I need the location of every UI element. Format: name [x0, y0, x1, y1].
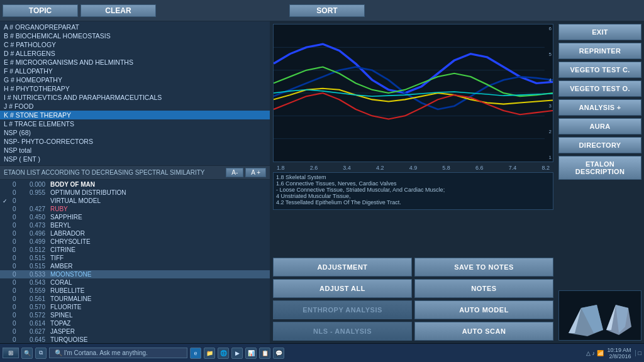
adjust-all-button[interactable]: ADJUST ALL — [273, 279, 412, 298]
az-plus-button[interactable]: A + — [245, 168, 266, 177]
app-icon-2[interactable]: 📋 — [259, 348, 270, 359]
etalon-item[interactable]: 00.645TURQUOISE — [0, 336, 270, 343]
topic-item[interactable]: NSP (68) — [0, 128, 270, 137]
topic-button[interactable]: TOPIC — [3, 4, 78, 17]
media-icon[interactable]: ▶ — [231, 348, 243, 359]
topic-list[interactable]: A # ORGANOPREPARATB # BIOCHEMICAL HOMEOS… — [0, 21, 270, 166]
etalon-num: 0 — [13, 181, 19, 188]
analysis-button[interactable]: ANALYSIS + — [558, 99, 641, 116]
topic-item[interactable]: J # FOOD — [0, 102, 270, 111]
topic-item[interactable]: I # NUTRICEVTICS AND PARAPHARMACEUTICALS — [0, 93, 270, 102]
etalon-item[interactable]: 00.627JASPER — [0, 327, 270, 336]
etalon-item[interactable]: 00.000BODY OF MAN — [0, 180, 270, 189]
cortana-box[interactable]: 🔍 I'm Cortana. Ask me anything. — [49, 348, 187, 358]
chart-x-labels: 1.8 2.6 3.4 4.2 4.9 5.8 6.6 7.4 8.2 — [273, 165, 553, 171]
etalon-item[interactable]: 00.496LABRADOR — [0, 229, 270, 238]
etalon-list[interactable]: 00.000BODY OF MAN00.955OPTIMUM DISTRIBUT… — [0, 180, 270, 343]
etalon-score: 0.955 — [21, 189, 45, 196]
etalon-name: TIFF — [48, 255, 64, 261]
stone-image — [558, 290, 641, 341]
auto-scan-button[interactable]: AUTO SCAN — [414, 322, 553, 341]
etalon-score: 0.515 — [21, 263, 45, 270]
clear-button[interactable]: CLEAR — [80, 4, 156, 17]
topic-item[interactable]: NSP- PHYTO-CORRECTORS — [0, 137, 270, 146]
etalon-name: RUBELLITE — [48, 287, 84, 294]
etalon-item[interactable]: 00.515TIFF — [0, 254, 270, 262]
start-button[interactable]: ⊞ — [3, 348, 19, 358]
etalon-name: CITRINE — [48, 246, 75, 253]
etalon-num: 0 — [13, 230, 19, 237]
topic-item[interactable]: E # MICROORGANISMS AND HELMINTHS — [0, 58, 270, 67]
main-area: A # ORGANOPREPARATB # BIOCHEMICAL HOMEOS… — [0, 21, 644, 343]
etalon-score: 0.561 — [21, 295, 45, 302]
show-desktop-icon[interactable]: □ — [635, 350, 641, 356]
topic-item[interactable]: F # ALLOPATHY — [0, 67, 270, 75]
edge-icon[interactable]: e — [190, 348, 201, 359]
exit-button[interactable]: EXIT — [558, 24, 641, 40]
etalon-name: VIRTUAL MODEL — [48, 197, 101, 204]
etalon-score: 0.427 — [21, 206, 45, 212]
taskbar-right: △ ♪ 📶 10:19 AM 2/8/2016 □ — [586, 347, 641, 359]
etalon-desc-button[interactable]: ETALON DESCRIPTION — [558, 156, 641, 180]
adjustment-button[interactable]: ADJUSTMENT — [273, 258, 412, 277]
etalon-item[interactable]: 00.570FLUORITE — [0, 303, 270, 311]
etalon-item[interactable]: ✓0VIRTUAL MODEL — [0, 197, 270, 205]
etalon-item[interactable]: 00.572SPINEL — [0, 311, 270, 319]
etalon-name: MOONSTONE — [48, 271, 91, 278]
topic-item[interactable]: D # ALLERGENS — [0, 49, 270, 58]
etalon-item[interactable]: 00.499CHRYSOLITE — [0, 238, 270, 246]
etalon-item[interactable]: 00.450SAPPHIRE — [0, 213, 270, 221]
etalon-num: 0 — [13, 246, 19, 253]
vegeto-c-button[interactable]: VEGETO TEST C. — [558, 62, 641, 78]
etalon-item[interactable]: 00.614TOPAZ — [0, 319, 270, 327]
aura-button[interactable]: AURA — [558, 118, 641, 134]
etalon-item[interactable]: 00.515AMBER — [0, 262, 270, 270]
sort-button[interactable]: SORT — [289, 4, 365, 17]
etalon-num: 0 — [13, 295, 19, 302]
etalon-name: FLUORITE — [48, 304, 81, 310]
etalon-item[interactable]: 00.561TOURMALINE — [0, 295, 270, 303]
etalon-score: 0.627 — [21, 328, 45, 335]
topic-item[interactable]: G # HOMEOPATHY — [0, 75, 270, 84]
auto-model-button[interactable]: AUTO MODEL — [414, 300, 553, 319]
etalon-item[interactable]: 00.512CITRINE — [0, 246, 270, 254]
topic-item[interactable]: NSP ( ENT ) — [0, 155, 270, 163]
etalon-num: 0 — [13, 312, 19, 319]
etalon-item[interactable]: 00.427RUBY — [0, 205, 270, 213]
taskbar: ⊞ 🔍 ⧉ 🔍 I'm Cortana. Ask me anything. e … — [0, 343, 644, 362]
etalon-item[interactable]: 00.955OPTIMUM DISTRIBUTION — [0, 189, 270, 197]
taskbar-icons-systray: △ ♪ 📶 — [586, 350, 604, 356]
etalon-item[interactable]: 00.559RUBELLITE — [0, 287, 270, 295]
etalon-item[interactable]: 00.533MOONSTONE — [0, 270, 270, 278]
etalon-score: 0.572 — [21, 312, 45, 319]
taskbar-search-icon[interactable]: 🔍 — [21, 348, 33, 359]
topic-item[interactable]: NSP total — [0, 146, 270, 155]
az-minus-button[interactable]: A- — [226, 168, 243, 177]
etalon-item[interactable]: 00.543CORAL — [0, 278, 270, 287]
etalon-name: TURQUOISE — [48, 336, 87, 343]
etalon-score: 0.499 — [21, 238, 45, 245]
vegeto-o-button[interactable]: VEGETO TEST O. — [558, 80, 641, 97]
etalon-num: 0 — [13, 255, 19, 261]
etalon-score: 0.533 — [21, 271, 45, 278]
etalon-header: ETAON LIST ACCORDING TO DECREASING SPECT… — [0, 166, 270, 180]
notes-button[interactable]: NOTES — [414, 279, 553, 298]
topic-item[interactable]: L # TRACE ELEMENTS — [0, 119, 270, 128]
topic-item[interactable]: H # PHYTOTHERAPY — [0, 84, 270, 93]
etalon-score: 0.570 — [21, 304, 45, 310]
reprinter-button[interactable]: REPRINTER — [558, 43, 641, 59]
topic-item[interactable]: A # ORGANOPREPARAT — [0, 23, 270, 31]
ie-icon[interactable]: 🌐 — [218, 348, 229, 359]
app-icon-3[interactable]: 💬 — [273, 348, 284, 359]
directory-button[interactable]: DIRECTORY — [558, 137, 641, 153]
etalon-score: 0.496 — [21, 230, 45, 237]
app-icon-1[interactable]: 📊 — [245, 348, 257, 359]
topic-item[interactable]: K # STONE THERAPY — [0, 111, 270, 119]
save-to-notes-button[interactable]: SAVE TO NOTES — [414, 258, 553, 277]
taskbar-task-view[interactable]: ⧉ — [35, 348, 47, 359]
folder-icon[interactable]: 📁 — [204, 348, 215, 359]
etalon-item[interactable]: 00.473BERYL — [0, 221, 270, 229]
topic-item[interactable]: B # BIOCHEMICAL HOMEOSTASIS — [0, 31, 270, 40]
topic-item[interactable]: C # PATHOLOGY — [0, 40, 270, 49]
etalon-name: SPINEL — [48, 312, 73, 319]
